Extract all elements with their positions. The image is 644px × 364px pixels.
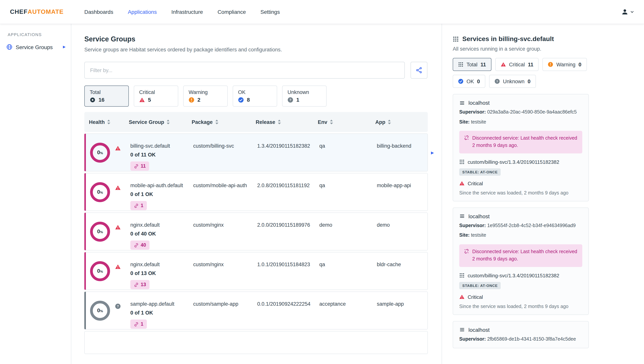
table-header: Health Service Group Package Release Env…	[84, 112, 428, 132]
package-cell: custom/nginx	[193, 213, 257, 250]
sort-icon[interactable]	[278, 119, 281, 125]
service-package: custom/billing-svc/1.3.4/20190115182382	[468, 272, 559, 278]
service-card: localhost Supervisor: 2fb65869-de1b-4341…	[453, 321, 589, 348]
status-card-total[interactable]: Total 16	[84, 86, 129, 107]
status-card-unknown[interactable]: Unknown ? 1	[282, 86, 326, 107]
channel-badge: STABLE: AT-ONCE	[459, 282, 501, 289]
site-name: testsite	[471, 233, 486, 238]
table-row[interactable]: 0% billing-svc.default 0 of 11 OK 11 cus…	[84, 134, 428, 171]
sidebar-heading: APPLICATIONS	[0, 32, 71, 37]
total-icon	[90, 97, 96, 103]
triangle-right-icon: ▶	[63, 45, 66, 49]
services-icon	[453, 36, 459, 42]
hamburger-icon	[459, 327, 465, 332]
app-cell: billing-backend	[377, 134, 428, 171]
status-card-ok[interactable]: OK 8	[233, 86, 277, 107]
services-panel: Services in billing-svc.default All serv…	[442, 24, 644, 364]
hamburger-icon	[459, 100, 465, 106]
column-header-health[interactable]: Health	[84, 119, 129, 125]
column-header-app[interactable]: App	[375, 119, 428, 125]
service-card: localhost Supervisor: 1e95554f-2cb8-4c52…	[453, 207, 589, 315]
supervisor-id: 029a3a8a-20ac-4590-850e-9a4aac86efc5	[487, 109, 577, 115]
share-icon	[416, 67, 422, 74]
critical-icon	[139, 97, 145, 103]
service-group-name: nginx.default	[130, 261, 185, 268]
package-cell: custom/billing-svc	[193, 134, 257, 171]
sort-icon[interactable]	[166, 119, 170, 125]
ok-count: 0 of 1 OK	[130, 309, 185, 316]
health-donut: 0%	[90, 143, 110, 162]
link-icon	[134, 203, 139, 208]
page-subtitle: Service groups are Habitat services orde…	[84, 47, 428, 53]
share-button[interactable]	[410, 62, 428, 79]
column-header-release[interactable]: Release	[256, 119, 318, 125]
brand-logo[interactable]: CHEFAUTOMATE	[10, 9, 64, 15]
selected-row-arrow-icon: ▶	[431, 150, 434, 155]
supervisors-badge[interactable]: 11	[130, 161, 149, 171]
user-menu[interactable]	[621, 8, 634, 16]
chip-unknown[interactable]: ? Unknown0	[489, 75, 536, 88]
release-cell: 2.0.0/20190115189976	[257, 213, 319, 250]
release-cell: 0.0.1/20190924222254	[257, 292, 319, 329]
sort-icon[interactable]	[107, 119, 110, 125]
sidebar-item-service-groups[interactable]: Service Groups ▶	[0, 42, 71, 53]
column-header-env[interactable]: Env	[318, 119, 375, 125]
chef-automate-app: CHEFAUTOMATE Dashboards Applications Inf…	[0, 0, 644, 364]
supervisors-badge[interactable]: 1	[130, 201, 147, 210]
chip-ok[interactable]: OK0	[453, 75, 485, 88]
column-header-package[interactable]: Package	[192, 119, 256, 125]
nav-compliance[interactable]: Compliance	[217, 7, 247, 17]
env-cell: acceptance	[319, 292, 377, 329]
supervisors-badge[interactable]: 40	[130, 240, 150, 250]
app-cell: bldr-cache	[377, 252, 428, 290]
service-status: Critical	[468, 294, 483, 300]
table-row[interactable]: 0% nginx.default 0 of 40 OK 40 custom/ng…	[84, 212, 428, 250]
svg-text:?: ?	[117, 304, 119, 308]
main-content: Service Groups Service groups are Habita…	[71, 24, 442, 364]
disconnected-alert: Disconnected service: Last health check …	[459, 244, 582, 267]
status-card-warning[interactable]: Warning 2	[183, 86, 228, 107]
disconnected-alert: Disconnected service: Last health check …	[459, 131, 582, 153]
table-row[interactable]: 0% nginx.default 0 of 13 OK 13 custom/ng…	[84, 252, 428, 290]
service-group-name: nginx.default	[130, 221, 185, 229]
chip-total[interactable]: Total11	[453, 58, 492, 71]
env-cell: demo	[319, 213, 377, 250]
package-cell: custom/mobile-api-auth	[193, 173, 257, 211]
critical-icon	[115, 185, 121, 191]
user-icon	[621, 8, 629, 16]
unknown-icon: ?	[494, 79, 500, 84]
ok-icon	[458, 79, 464, 84]
table-row-partial[interactable]	[84, 331, 428, 354]
supervisors-badge[interactable]: 1	[130, 319, 147, 329]
host-name: localhost	[468, 213, 490, 219]
sort-icon[interactable]	[215, 119, 218, 125]
chip-warning[interactable]: Warning0	[542, 58, 587, 71]
page-title: Service Groups	[84, 35, 428, 43]
health-donut: 0%	[90, 300, 110, 320]
sort-icon[interactable]	[330, 119, 333, 125]
primary-nav: Dashboards Applications Infrastructure C…	[84, 7, 280, 17]
nav-settings[interactable]: Settings	[260, 7, 280, 17]
release-cell: 1.0.1/20190115184823	[257, 252, 319, 290]
services-panel-subtitle: All services running in a service group.	[453, 46, 589, 52]
since-loaded-text: Since the service was loaded, 2 months 9…	[459, 304, 582, 309]
filter-input[interactable]	[84, 62, 405, 79]
chip-critical[interactable]: Critical11	[495, 58, 539, 71]
critical-icon	[115, 145, 121, 151]
table-row[interactable]: 0% mobile-api-auth.default 0 of 1 OK 1 c…	[84, 173, 428, 211]
health-donut: 0%	[90, 221, 110, 241]
nav-dashboards[interactable]: Dashboards	[84, 7, 114, 17]
nav-applications[interactable]: Applications	[127, 7, 158, 17]
since-loaded-text: Since the service was loaded, 2 months 9…	[459, 190, 582, 196]
critical-icon	[459, 181, 464, 186]
nav-infrastructure[interactable]: Infrastructure	[170, 7, 204, 17]
services-icon	[458, 62, 464, 67]
sort-icon[interactable]	[388, 119, 391, 125]
supervisor-id: 1e95554f-2cb8-4c52-b34f-e94634996ad9	[487, 223, 576, 228]
services-icon	[459, 273, 464, 278]
table-row[interactable]: 0% ? sample-app.default 0 of 1 OK 1 cust…	[84, 291, 428, 329]
column-header-service-group[interactable]: Service Group	[129, 119, 192, 125]
supervisors-badge[interactable]: 13	[130, 280, 150, 289]
status-card-critical[interactable]: Critical 5	[134, 86, 178, 107]
ok-icon	[238, 97, 244, 103]
